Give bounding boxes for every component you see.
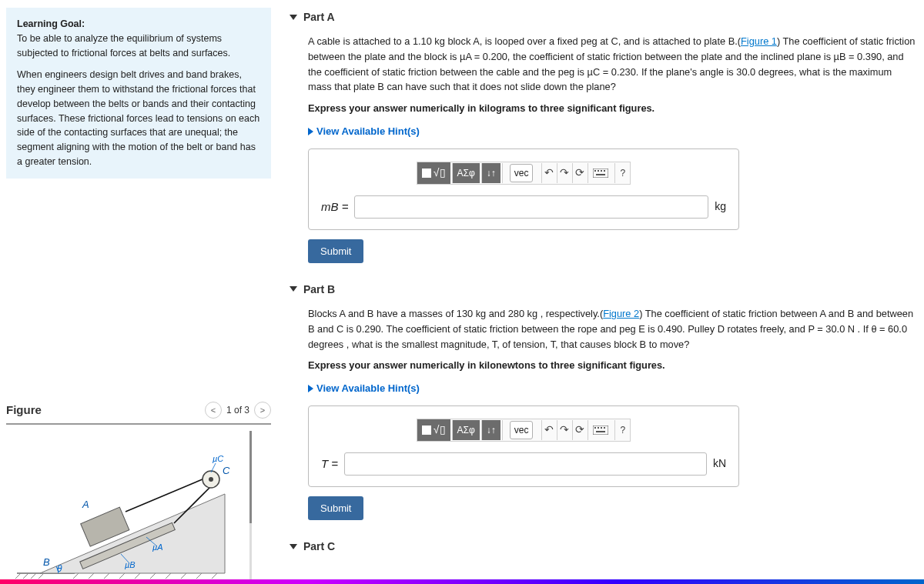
part-b-hints-toggle[interactable]: View Available Hint(s) xyxy=(308,381,918,396)
svg-rect-33 xyxy=(594,170,596,172)
redo-button[interactable]: ↷ xyxy=(557,163,571,183)
svg-line-3 xyxy=(31,573,36,579)
subscript-tool[interactable]: ↓↑ xyxy=(481,163,500,183)
part-c-title: Part C xyxy=(303,540,335,552)
expand-icon xyxy=(308,128,313,135)
undo-button[interactable]: ↶ xyxy=(541,420,555,440)
collapse-icon xyxy=(290,15,297,20)
part-b-express: Express your answer numerically in kilon… xyxy=(308,358,918,373)
equation-toolbar: √▯ ΑΣφ ↓↑ vec ↶ ↷ ⟳ ? xyxy=(417,419,631,442)
undo-button[interactable]: ↶ xyxy=(541,163,555,183)
svg-rect-43 xyxy=(596,431,605,432)
part-a-question: A cable is attached to a 1.10 kg block A… xyxy=(308,34,918,95)
collapse-icon xyxy=(290,544,297,549)
svg-text:C: C xyxy=(223,465,230,476)
template-tool[interactable]: √▯ xyxy=(417,419,450,441)
part-a-answer-box: √▯ ΑΣφ ↓↑ vec ↶ ↷ ⟳ ? mB = xyxy=(308,149,739,230)
part-b-submit-button[interactable]: Submit xyxy=(308,496,363,520)
svg-line-12 xyxy=(166,573,171,579)
figure-scrollbar[interactable] xyxy=(249,431,252,585)
part-b-question: Blocks A and B have a masses of 130 kg a… xyxy=(308,306,918,352)
part-c-toggle[interactable]: Part C xyxy=(290,537,918,556)
figure-1-link[interactable]: Figure 1 xyxy=(741,35,777,47)
svg-rect-39 xyxy=(594,427,596,429)
svg-rect-36 xyxy=(604,170,605,172)
vec-tool[interactable]: vec xyxy=(502,163,541,183)
vec-tool[interactable]: vec xyxy=(502,420,541,440)
svg-rect-38 xyxy=(593,425,608,435)
part-a-express: Express your answer numerically in kilog… xyxy=(308,101,918,116)
part-a-title: Part A xyxy=(303,11,335,23)
learning-goal-title: Learning Goal: xyxy=(17,18,85,29)
svg-line-14 xyxy=(196,573,202,579)
part-a-toggle[interactable]: Part A xyxy=(290,8,918,26)
collapse-icon xyxy=(290,286,297,292)
svg-line-1 xyxy=(15,573,21,579)
redo-button[interactable]: ↷ xyxy=(557,420,571,440)
figure-diagram: A B C θ µA µB µC xyxy=(9,431,240,585)
svg-line-11 xyxy=(150,573,156,579)
figure-page-indicator: 1 of 3 xyxy=(226,405,249,415)
part-a-answer-input[interactable] xyxy=(354,195,708,219)
svg-point-21 xyxy=(209,477,213,482)
window-accent-bar xyxy=(0,579,924,584)
learning-goal-box: Learning Goal: To be able to analyze the… xyxy=(6,8,271,179)
part-b-title: Part B xyxy=(303,283,335,295)
svg-rect-34 xyxy=(598,170,599,172)
figure-next-button[interactable]: > xyxy=(254,402,271,419)
greek-tool[interactable]: ΑΣφ xyxy=(452,163,480,183)
figure-pager: < 1 of 3 > xyxy=(205,402,271,419)
svg-text:θ: θ xyxy=(57,563,62,574)
expand-icon xyxy=(308,385,313,392)
greek-tool[interactable]: ΑΣφ xyxy=(452,420,480,440)
learning-goal-p2: When engineers design belt drives and ba… xyxy=(17,68,260,169)
equation-toolbar: √▯ ΑΣφ ↓↑ vec ↶ ↷ ⟳ ? xyxy=(417,162,631,185)
part-a-unit: kg xyxy=(715,199,726,215)
help-button[interactable]: ? xyxy=(614,163,630,183)
part-a-var-label: mB = xyxy=(321,198,348,215)
part-a-submit-button[interactable]: Submit xyxy=(308,239,363,263)
svg-text:B: B xyxy=(43,556,50,568)
svg-line-2 xyxy=(23,573,28,579)
svg-rect-32 xyxy=(593,169,608,178)
figure-2-link[interactable]: Figure 2 xyxy=(603,308,639,319)
part-b-answer-input[interactable] xyxy=(344,452,707,476)
svg-text:µB: µB xyxy=(125,560,136,569)
keyboard-button[interactable] xyxy=(588,163,613,183)
svg-line-6 xyxy=(73,573,79,579)
svg-line-10 xyxy=(135,573,140,579)
help-button[interactable]: ? xyxy=(614,420,630,440)
svg-rect-41 xyxy=(601,427,602,429)
part-b-var-label: T = xyxy=(321,455,338,472)
learning-goal-p1: To be able to analyze the equilibrium of… xyxy=(17,32,260,61)
reset-button[interactable]: ⟳ xyxy=(572,163,586,183)
svg-line-9 xyxy=(119,573,125,579)
figure-title: Figure xyxy=(6,403,42,416)
svg-line-8 xyxy=(104,573,109,579)
part-b-toggle[interactable]: Part B xyxy=(290,280,918,299)
reset-button[interactable]: ⟳ xyxy=(572,420,586,440)
svg-line-7 xyxy=(89,573,94,579)
svg-line-15 xyxy=(212,573,217,579)
part-b-unit: kN xyxy=(713,456,726,472)
keyboard-button[interactable] xyxy=(588,420,613,440)
svg-line-13 xyxy=(181,573,186,579)
part-b-answer-box: √▯ ΑΣφ ↓↑ vec ↶ ↷ ⟳ ? T = xyxy=(308,405,739,487)
part-a-hints-toggle[interactable]: View Available Hint(s) xyxy=(308,124,918,139)
svg-rect-42 xyxy=(604,427,605,429)
svg-rect-37 xyxy=(596,174,605,175)
template-tool[interactable]: √▯ xyxy=(417,162,450,184)
svg-line-4 xyxy=(38,573,44,579)
svg-rect-40 xyxy=(598,427,599,429)
svg-text:µC: µC xyxy=(213,454,223,463)
figure-prev-button[interactable]: < xyxy=(205,402,222,419)
svg-text:A: A xyxy=(82,499,89,510)
svg-rect-35 xyxy=(601,170,602,172)
subscript-tool[interactable]: ↓↑ xyxy=(481,420,500,440)
